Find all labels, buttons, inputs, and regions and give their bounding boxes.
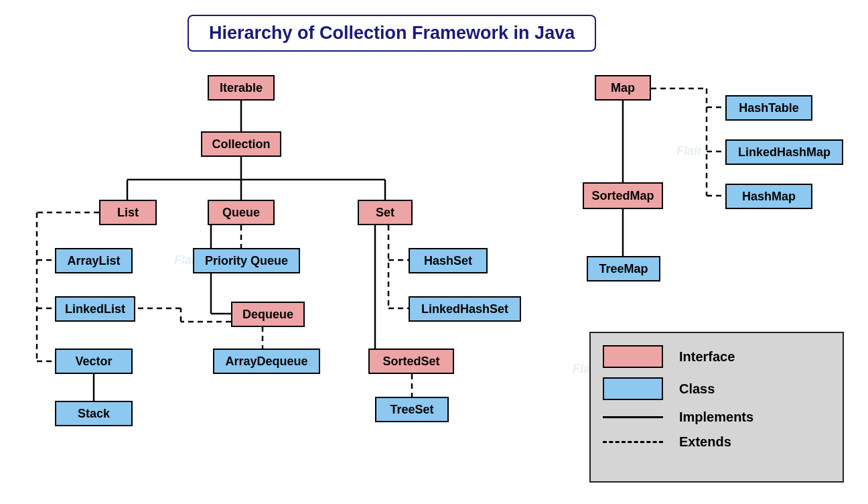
legend-class-swatch [603,377,663,400]
node-set: Set [358,200,413,225]
node-vector: Vector [55,349,133,374]
watermark: Flair [676,144,702,158]
node-iterable: Iterable [208,75,275,101]
node-hashmap: HashMap [725,184,812,209]
legend-class-label: Class [679,381,715,397]
node-linkedhashmap: LinkedHashMap [725,139,843,165]
legend-interface-swatch [603,345,663,368]
legend-class-row: Class [603,377,830,400]
legend-solid-line [603,416,663,418]
node-map: Map [595,75,651,101]
node-stack: Stack [55,401,133,426]
node-sortedmap: SortedMap [583,182,663,209]
node-dequeue: Dequeue [231,302,305,327]
node-sortedset: SortedSet [368,349,454,374]
node-arraydequeue: ArrayDequeue [213,349,320,374]
node-priorityqueue: Priority Queue [193,248,300,273]
node-treeset: TreeSet [375,397,449,422]
node-list: List [99,200,157,225]
legend-dashed-line [603,441,663,443]
legend-interface-row: Interface [603,345,830,368]
diagram-title: Hierarchy of Collection Framework in Jav… [188,15,596,52]
legend: Interface Class Implements Extends [589,332,844,483]
legend-interface-label: Interface [679,349,735,365]
legend-extends-row: Extends [603,434,830,450]
node-hashset: HashSet [409,248,488,273]
node-treemap: TreeMap [587,256,660,281]
node-collection: Collection [201,131,281,157]
node-arraylist: ArrayList [55,248,133,273]
node-hashtable: HashTable [725,95,812,121]
node-linkedlist: LinkedList [55,296,135,322]
legend-extends-label: Extends [679,434,731,450]
node-queue: Queue [208,200,275,225]
legend-implements-label: Implements [679,410,753,425]
legend-implements-row: Implements [603,410,830,425]
node-linkedhashset: LinkedHashSet [409,296,521,322]
